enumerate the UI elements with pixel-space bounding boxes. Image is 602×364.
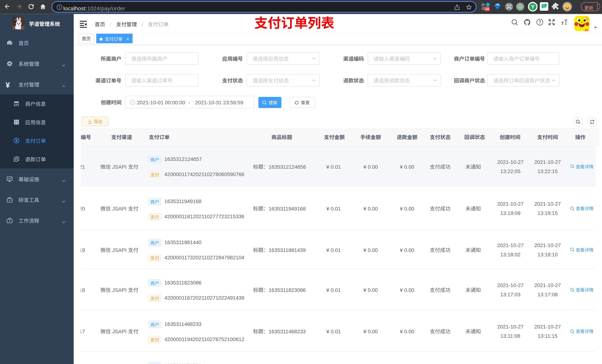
svg-text:10: 10	[485, 6, 489, 11]
